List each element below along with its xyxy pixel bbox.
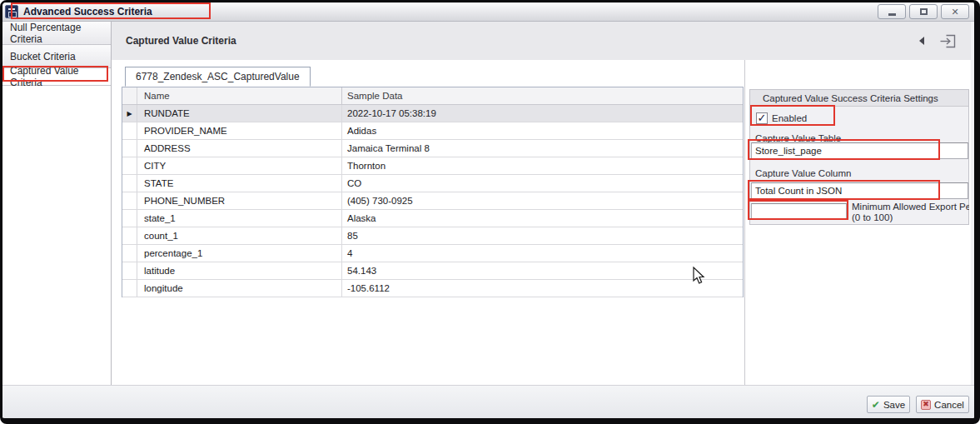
row-indicator-cell[interactable]: ▶ bbox=[122, 210, 137, 227]
table-row[interactable]: ▶ PHONE_NUMBER (405) 730-0925 bbox=[122, 192, 743, 210]
min-export-percentage-label: Minimum Allowed Export Perc (0 to 100) bbox=[852, 202, 969, 223]
current-row-arrow-icon: ▶ bbox=[127, 110, 132, 117]
content-divider bbox=[744, 60, 745, 385]
row-indicator-cell[interactable]: ▶ bbox=[122, 140, 137, 157]
cell-sample-data[interactable]: 54.143 bbox=[342, 262, 743, 279]
table-row[interactable]: ▶ longitude -105.6112 bbox=[122, 280, 743, 297]
row-indicator-cell[interactable]: ▶ bbox=[122, 280, 137, 297]
table-row[interactable]: ▶ PROVIDER_NAME Adidas bbox=[122, 122, 743, 140]
capture-value-table-input[interactable] bbox=[751, 142, 968, 159]
enabled-row: ✓ Enabled bbox=[756, 112, 807, 124]
cell-sample-data[interactable]: Jamaica Terminal 8 bbox=[342, 140, 743, 157]
close-icon: ✕ bbox=[951, 7, 958, 17]
cell-name[interactable]: CITY bbox=[137, 157, 342, 174]
settings-panel: Captured Value Success Criteria Settings… bbox=[749, 89, 969, 225]
capture-value-column-label: Capture Value Column bbox=[755, 168, 852, 178]
table-row[interactable]: ▶ state_1 Alaska bbox=[122, 210, 743, 227]
sidebar-item-label: Bucket Criteria bbox=[10, 51, 76, 62]
save-button[interactable]: ✔ Save bbox=[867, 396, 910, 413]
row-indicator-cell[interactable]: ▶ bbox=[122, 192, 137, 209]
table-row[interactable]: ▶ CITY Thornton bbox=[122, 157, 743, 175]
cell-sample-data[interactable]: 2022-10-17 05:38:19 bbox=[342, 105, 743, 122]
cell-name[interactable]: PHONE_NUMBER bbox=[137, 192, 342, 209]
settings-panel-title: Captured Value Success Criteria Settings bbox=[763, 93, 938, 103]
maximize-icon bbox=[920, 8, 928, 15]
window-title: Advanced Success Criteria bbox=[18, 4, 157, 19]
sidebar-item-label: Captured Value Criteria bbox=[10, 65, 111, 88]
settings-panel-header: Captured Value Success Criteria Settings bbox=[750, 90, 968, 107]
cell-sample-data[interactable]: 85 bbox=[342, 227, 743, 244]
min-export-percentage-input[interactable] bbox=[751, 203, 847, 220]
row-indicator-cell[interactable]: ▶ bbox=[122, 227, 137, 244]
cell-name[interactable]: longitude bbox=[137, 280, 342, 297]
cancel-button[interactable]: ✖ Cancel bbox=[916, 396, 969, 413]
cell-sample-data[interactable]: Adidas bbox=[342, 122, 743, 139]
table-row[interactable]: ▶ count_1 85 bbox=[122, 227, 743, 245]
footer-bar: ✔ Save ✖ Cancel bbox=[2, 385, 974, 418]
cell-name[interactable]: ADDRESS bbox=[137, 140, 342, 157]
save-button-label: Save bbox=[883, 400, 905, 410]
column-header-sample-data[interactable]: Sample Data bbox=[342, 87, 743, 104]
collapse-left-icon[interactable] bbox=[918, 37, 925, 45]
cell-sample-data[interactable]: Alaska bbox=[342, 210, 743, 227]
row-indicator-cell[interactable]: ▶ bbox=[122, 157, 137, 174]
minimize-button[interactable] bbox=[878, 4, 906, 19]
sidebar-item-label: Null Percentage Criteria bbox=[10, 22, 111, 45]
minimize-icon bbox=[888, 13, 896, 16]
grid-indicator-header bbox=[122, 87, 137, 104]
page-title: Captured Value Criteria bbox=[112, 35, 236, 47]
close-button[interactable]: ✕ bbox=[941, 4, 969, 19]
grid-body: ▶ RUNDATE 2022-10-17 05:38:19 ▶ PROVIDER… bbox=[122, 105, 743, 297]
cell-sample-data[interactable]: Thornton bbox=[342, 157, 743, 174]
row-indicator-cell[interactable]: ▶ bbox=[122, 245, 137, 262]
grid-header-row: Name Sample Data bbox=[122, 87, 743, 105]
cell-name[interactable]: STATE bbox=[137, 175, 342, 192]
sidebar-item[interactable]: Null Percentage Criteria bbox=[2, 22, 111, 45]
sidebar-item[interactable]: Captured Value Criteria bbox=[2, 68, 111, 86]
cancel-x-icon: ✖ bbox=[921, 400, 931, 410]
advanced-success-criteria-window: Advanced Success Criteria ✕ Null Percent… bbox=[0, 0, 980, 424]
app-icon bbox=[5, 5, 18, 18]
page-header: Captured Value Criteria bbox=[112, 22, 971, 60]
cell-sample-data[interactable]: CO bbox=[342, 175, 743, 192]
save-check-icon: ✔ bbox=[872, 399, 880, 411]
row-indicator-cell[interactable]: ▶ bbox=[122, 175, 137, 192]
cell-name[interactable]: PROVIDER_NAME bbox=[137, 122, 342, 139]
tab-captured-value[interactable]: 6778_Zendesk_ASC_CapturedValue bbox=[125, 67, 311, 87]
cell-sample-data[interactable]: -105.6112 bbox=[342, 280, 743, 297]
table-row[interactable]: ▶ latitude 54.143 bbox=[122, 262, 743, 280]
table-row[interactable]: ▶ STATE CO bbox=[122, 175, 743, 192]
criteria-sidebar: Null Percentage Criteria Bucket Criteria… bbox=[2, 22, 111, 385]
cell-name[interactable]: RUNDATE bbox=[137, 105, 342, 122]
cell-sample-data[interactable]: (405) 730-0925 bbox=[342, 192, 743, 209]
dock-panel-icon[interactable] bbox=[940, 34, 956, 48]
min-export-label-line1: Minimum Allowed Export Perc bbox=[852, 202, 969, 212]
table-row[interactable]: ▶ percentage_1 4 bbox=[122, 245, 743, 262]
title-bar[interactable]: Advanced Success Criteria ✕ bbox=[2, 2, 974, 22]
column-header-name[interactable]: Name bbox=[137, 87, 342, 104]
table-row[interactable]: ▶ RUNDATE 2022-10-17 05:38:19 bbox=[122, 105, 743, 122]
row-indicator-cell[interactable]: ▶ bbox=[122, 122, 137, 139]
row-indicator-cell[interactable]: ▶ bbox=[122, 262, 137, 279]
tab-label: 6778_Zendesk_ASC_CapturedValue bbox=[136, 71, 300, 82]
maximize-button[interactable] bbox=[909, 4, 938, 19]
cell-name[interactable]: count_1 bbox=[137, 227, 342, 244]
cell-sample-data[interactable]: 4 bbox=[342, 245, 743, 262]
enabled-checkbox[interactable]: ✓ bbox=[756, 112, 768, 124]
cell-name[interactable]: latitude bbox=[137, 262, 342, 279]
cell-name[interactable]: state_1 bbox=[137, 210, 342, 227]
min-export-label-line2: (0 to 100) bbox=[852, 212, 969, 223]
window-controls: ✕ bbox=[878, 4, 969, 19]
checkmark-icon: ✓ bbox=[758, 112, 767, 123]
cell-name[interactable]: percentage_1 bbox=[137, 245, 342, 262]
table-row[interactable]: ▶ ADDRESS Jamaica Terminal 8 bbox=[122, 140, 743, 157]
sample-data-grid: Name Sample Data ▶ RUNDATE 2022-10-17 05… bbox=[122, 87, 744, 297]
cancel-button-label: Cancel bbox=[934, 400, 964, 410]
enabled-label: Enabled bbox=[772, 113, 807, 123]
mouse-cursor bbox=[693, 267, 705, 288]
capture-value-column-input[interactable] bbox=[751, 182, 968, 199]
row-indicator-cell[interactable]: ▶ bbox=[122, 105, 137, 122]
